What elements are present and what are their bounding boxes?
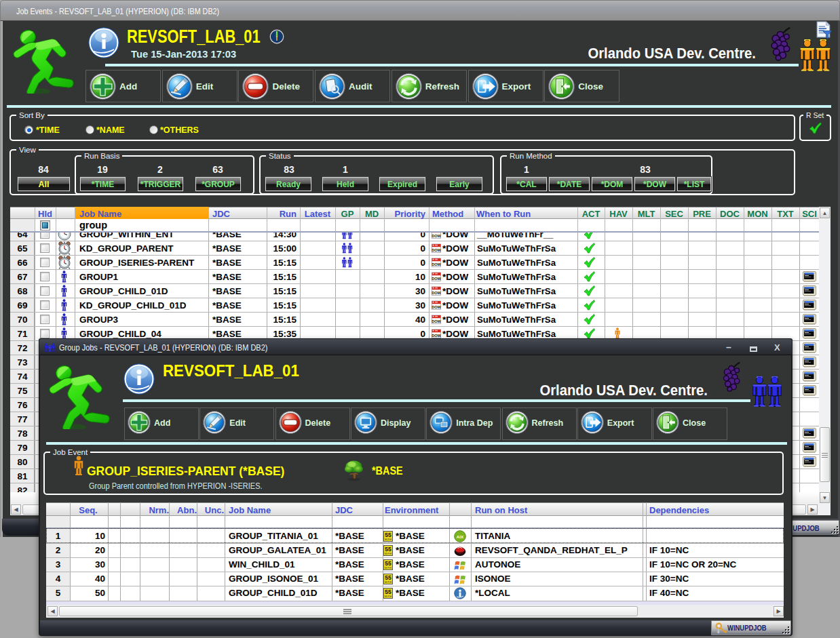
svg-text:DOW: DOW (432, 305, 441, 309)
svg-text:M.P.H: M.P.H (385, 567, 392, 570)
svg-text:55: 55 (385, 589, 392, 595)
svg-text:M.P.H: M.P.H (385, 581, 392, 584)
svg-text:DOW: DOW (432, 277, 441, 281)
svg-text:AIX: AIX (457, 534, 464, 538)
svg-text:DOW: DOW (432, 262, 441, 266)
svg-text:M.P.H: M.P.H (385, 553, 392, 555)
svg-text:DOW: DOW (432, 319, 441, 323)
svg-text:55: 55 (385, 532, 392, 538)
svg-text:M.P.H: M.P.H (385, 538, 392, 541)
svg-text:DOW: DOW (432, 248, 441, 252)
svg-text:DOW: DOW (432, 234, 441, 238)
svg-text:55: 55 (385, 560, 392, 567)
svg-text:DOW: DOW (432, 334, 441, 338)
svg-text:DOW: DOW (432, 291, 441, 295)
svg-text:M.P.H: M.P.H (385, 595, 392, 598)
svg-text:55: 55 (385, 574, 392, 581)
svg-text:55: 55 (385, 546, 392, 553)
